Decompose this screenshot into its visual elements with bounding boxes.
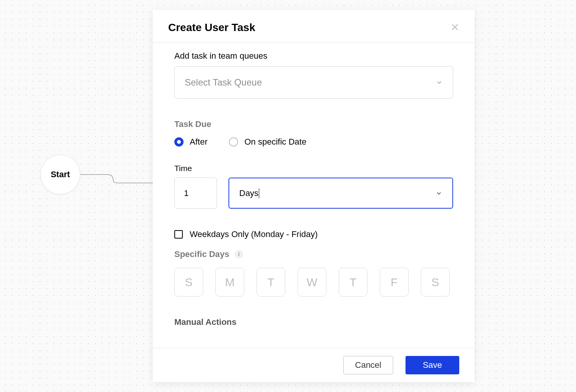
time-value-text: 1 bbox=[184, 188, 189, 198]
info-icon[interactable]: i bbox=[235, 250, 243, 259]
checkbox-box bbox=[174, 230, 183, 239]
days-selector: S M T W T F S bbox=[174, 268, 453, 296]
team-queue-label: Add task in team queues bbox=[174, 51, 453, 61]
time-input-row: 1 Days bbox=[174, 178, 453, 209]
modal-title: Create User Task bbox=[168, 21, 255, 34]
time-value-input[interactable]: 1 bbox=[174, 178, 217, 209]
time-unit-select[interactable]: Days bbox=[228, 178, 453, 209]
radio-specific-date-indicator bbox=[229, 137, 238, 147]
specific-days-header: Specific Days i bbox=[174, 249, 453, 259]
day-fri[interactable]: F bbox=[380, 268, 409, 296]
day-tue[interactable]: T bbox=[257, 268, 285, 296]
task-queue-select[interactable]: Select Task Queue bbox=[174, 66, 453, 99]
day-mon[interactable]: M bbox=[215, 268, 244, 296]
time-label: Time bbox=[174, 164, 453, 173]
radio-after-label: After bbox=[190, 137, 207, 147]
modal-header: Create User Task ✕ bbox=[153, 10, 475, 43]
weekdays-only-checkbox[interactable]: Weekdays Only (Monday - Friday) bbox=[174, 229, 453, 239]
modal-footer: Cancel Save bbox=[153, 348, 475, 382]
task-due-label: Task Due bbox=[174, 119, 453, 129]
specific-days-label: Specific Days bbox=[174, 249, 229, 259]
chevron-down-icon bbox=[436, 79, 443, 86]
radio-specific-date[interactable]: On specific Date bbox=[229, 137, 306, 147]
connector-line bbox=[80, 174, 153, 183]
modal-body: Add task in team queues Select Task Queu… bbox=[153, 43, 475, 348]
manual-actions-label: Manual Actions bbox=[174, 317, 453, 327]
radio-after-indicator bbox=[174, 137, 184, 147]
task-due-radio-group: After On specific Date bbox=[174, 137, 453, 147]
create-user-task-modal: Create User Task ✕ Add task in team queu… bbox=[153, 10, 475, 382]
day-thu[interactable]: T bbox=[339, 268, 367, 296]
time-unit-text: Days bbox=[239, 188, 258, 198]
weekdays-only-label: Weekdays Only (Monday - Friday) bbox=[190, 229, 318, 239]
cancel-button[interactable]: Cancel bbox=[343, 356, 393, 374]
text-cursor bbox=[259, 188, 259, 198]
start-node[interactable]: Start bbox=[40, 155, 80, 194]
save-button[interactable]: Save bbox=[406, 356, 459, 374]
radio-specific-date-label: On specific Date bbox=[244, 137, 306, 147]
day-wed[interactable]: W bbox=[298, 268, 326, 296]
day-sat[interactable]: S bbox=[421, 268, 450, 296]
close-icon[interactable]: ✕ bbox=[450, 22, 459, 33]
chevron-down-icon bbox=[435, 190, 442, 197]
radio-after[interactable]: After bbox=[174, 137, 207, 147]
day-sun[interactable]: S bbox=[174, 268, 203, 296]
start-node-label: Start bbox=[51, 170, 70, 180]
task-queue-placeholder: Select Task Queue bbox=[185, 77, 262, 88]
